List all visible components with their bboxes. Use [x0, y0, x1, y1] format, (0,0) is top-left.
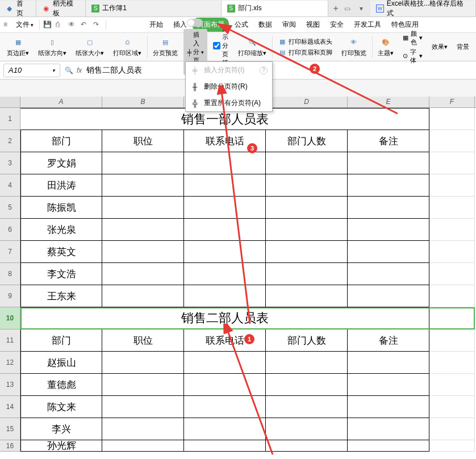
cell[interactable]: 李兴 — [20, 418, 102, 440]
row-header[interactable]: 15 — [0, 418, 20, 440]
cell[interactable]: 董德彪 — [20, 374, 102, 396]
ribbon-margin[interactable]: ▦ 页边距▾ — [3, 36, 32, 57]
add-tab-button[interactable]: + — [328, 3, 343, 14]
search-icon[interactable]: 🔍 — [65, 66, 73, 74]
cell[interactable]: 联系电话 — [184, 130, 266, 152]
cell[interactable] — [102, 174, 184, 197]
cell[interactable] — [348, 418, 429, 440]
cell[interactable] — [102, 285, 184, 307]
ribbon-background[interactable]: 背景 — [453, 43, 473, 51]
row-header[interactable]: 6 — [0, 219, 20, 241]
preview-icon[interactable]: 👁 — [68, 20, 77, 30]
undo-icon[interactable]: ↶ — [81, 20, 90, 30]
cell[interactable] — [184, 219, 266, 241]
cell[interactable] — [348, 197, 429, 219]
show-breaks-check[interactable]: 显示分页符 — [210, 24, 232, 67]
cell[interactable] — [429, 152, 475, 174]
cell[interactable] — [429, 285, 475, 307]
cell[interactable]: 孙光辉 — [20, 440, 102, 452]
ribbon-size[interactable]: ▢ 纸张大小▾ — [72, 36, 107, 57]
cell[interactable] — [266, 174, 348, 197]
cell[interactable] — [266, 241, 348, 263]
menu-review[interactable]: 审阅 — [278, 18, 300, 32]
cell[interactable] — [184, 440, 266, 452]
cell[interactable] — [184, 374, 266, 396]
select-all-corner[interactable] — [0, 97, 20, 107]
ribbon-print-title[interactable]: ▦ 打印标题或表头 — [275, 37, 336, 46]
cell[interactable] — [348, 241, 429, 263]
cell[interactable] — [102, 352, 184, 374]
cell[interactable] — [266, 197, 348, 219]
cell[interactable] — [184, 396, 266, 418]
cell[interactable] — [348, 352, 429, 374]
row-header[interactable]: 13 — [0, 374, 20, 396]
cell[interactable] — [102, 219, 184, 241]
cell[interactable] — [348, 374, 429, 396]
cell[interactable] — [429, 307, 475, 329]
cell[interactable] — [429, 108, 475, 130]
cell[interactable]: 备注 — [348, 329, 429, 352]
cell[interactable]: 联系电话 — [184, 329, 266, 352]
menu-data[interactable]: 数据 — [254, 18, 277, 32]
ribbon-font[interactable]: ⊙ 字体▾ — [399, 48, 426, 65]
cell[interactable] — [102, 440, 184, 452]
ribbon-effect[interactable]: 效果▾ — [428, 43, 451, 51]
ribbon-print-zoom[interactable]: 🔍 打印缩放▾ — [235, 36, 270, 57]
cell[interactable] — [429, 174, 475, 197]
cell[interactable] — [429, 352, 475, 374]
cell[interactable]: 部门 — [20, 130, 102, 152]
cell[interactable] — [429, 197, 475, 219]
row-header[interactable]: 16 — [0, 440, 20, 452]
cell[interactable] — [184, 285, 266, 307]
cell[interactable] — [348, 174, 429, 197]
menu-devtools[interactable]: 开发工具 — [349, 18, 386, 32]
redo-icon[interactable]: ↷ — [93, 20, 102, 30]
cell[interactable] — [429, 396, 475, 418]
menu-security[interactable]: 安全 — [325, 18, 348, 32]
save-icon[interactable]: 💾 — [43, 20, 52, 30]
cell[interactable] — [184, 418, 266, 440]
cell[interactable]: 罗文娟 — [20, 152, 102, 174]
cell[interactable] — [266, 152, 348, 174]
cell[interactable] — [429, 440, 475, 452]
cell[interactable]: 赵振山 — [20, 352, 102, 374]
row-header[interactable]: 4 — [0, 174, 20, 197]
dropdown-reset-breaks[interactable]: ╬ 重置所有分页符(A) — [186, 95, 272, 111]
cell[interactable]: 蔡英文 — [20, 241, 102, 263]
cell[interactable] — [348, 285, 429, 307]
tab-excel-tip[interactable]: W Excel表格技...格保存后格式 — [370, 1, 476, 16]
dropdown-remove-break[interactable]: ╫ 删除分页符(R) — [186, 78, 272, 95]
column-header[interactable]: F — [429, 97, 475, 107]
cell[interactable]: 销售二部人员表 — [20, 307, 429, 329]
row-header[interactable]: 14 — [0, 396, 20, 418]
row-header[interactable]: 3 — [0, 152, 20, 174]
column-header[interactable]: B — [102, 97, 184, 107]
cell[interactable] — [184, 241, 266, 263]
ribbon-theme[interactable]: 🎨 主题▾ — [374, 36, 397, 57]
cell[interactable] — [266, 418, 348, 440]
cell[interactable] — [348, 440, 429, 452]
cell[interactable]: 部门人数 — [266, 329, 348, 352]
cell[interactable] — [102, 152, 184, 174]
cell[interactable] — [429, 374, 475, 396]
cell[interactable] — [348, 396, 429, 418]
ribbon-print-area[interactable]: ⎙ 打印区域▾ — [110, 36, 145, 57]
column-header[interactable]: D — [266, 97, 348, 107]
cell[interactable] — [184, 174, 266, 197]
cell[interactable] — [266, 285, 348, 307]
ribbon-toggle[interactable] — [183, 19, 207, 27]
column-header[interactable]: A — [20, 97, 102, 107]
cell[interactable]: 备注 — [348, 130, 429, 152]
row-header[interactable]: 2 — [0, 130, 20, 152]
file-menu[interactable]: 文件 ▾ — [14, 20, 36, 30]
row-header[interactable]: 5 — [0, 197, 20, 219]
cell[interactable] — [266, 440, 348, 452]
menu-view[interactable]: 视图 — [302, 18, 324, 32]
cell[interactable] — [102, 241, 184, 263]
cell[interactable] — [429, 219, 475, 241]
cell[interactable] — [348, 219, 429, 241]
cell[interactable]: 王东来 — [20, 285, 102, 307]
row-header[interactable]: 12 — [0, 352, 20, 374]
cell[interactable]: 职位 — [102, 130, 184, 152]
print-icon[interactable]: ⎙ — [56, 20, 65, 30]
